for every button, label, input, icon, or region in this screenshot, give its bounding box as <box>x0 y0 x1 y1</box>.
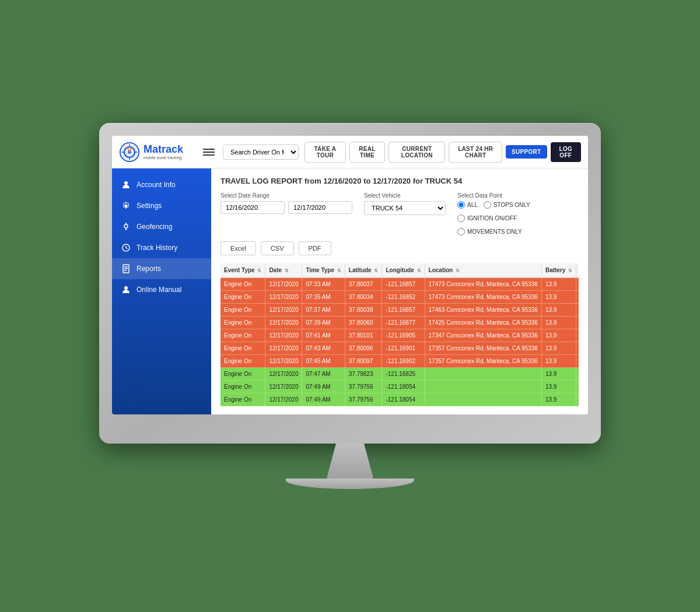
col-event-type[interactable]: Event Type ⇅ <box>220 263 265 277</box>
col-battery[interactable]: Battery ⇅ <box>541 263 576 277</box>
table-row[interactable]: Engine On12/17/202007:43 AM37.80096-121.… <box>220 342 579 355</box>
log-off-button[interactable]: LOG OFF <box>551 142 581 162</box>
col-location[interactable]: Location ⇅ <box>425 263 541 277</box>
monitor-stand-base <box>286 479 414 489</box>
radio-group: ALL STOPS ONLY IGNITION ON/OFF <box>457 201 579 235</box>
sidebar-label-online-manual: Online Manual <box>136 286 181 294</box>
radio-stops-only[interactable]: STOPS ONLY <box>484 201 530 209</box>
table-row[interactable]: Engine On12/17/202007:45 AM37.80097-121.… <box>220 355 579 368</box>
page-title: TRAVEL LOG REPORT from 12/16/2020 to 12/… <box>220 177 579 185</box>
sidebar-item-settings[interactable]: Settings <box>112 195 211 216</box>
data-point-group: Select Data Point ALL STOPS ONLY <box>457 192 579 235</box>
real-time-button[interactable]: REAL TIME <box>349 142 385 163</box>
radio-movements[interactable]: MOVEMENTS ONLY <box>457 228 522 235</box>
monitor-stand-neck <box>327 444 373 479</box>
sidebar-label-account-info: Account Info <box>136 181 176 189</box>
vehicle-select[interactable]: TRUCK 54 <box>364 201 446 215</box>
radio-ignition[interactable]: IGNITION ON/OFF <box>457 214 517 222</box>
main-layout: Account Info Settings <box>112 168 588 414</box>
table-row[interactable]: Engine On12/17/202007:33 AM37.80037-121.… <box>220 277 579 291</box>
logo-area: Matrack mobile asset tracking <box>119 142 195 163</box>
table-container: Event Type ⇅ Date ⇅ Time Type ⇅ Latitude… <box>220 263 579 406</box>
export-excel-button[interactable]: Excel <box>220 241 256 255</box>
person-icon <box>121 180 131 189</box>
date-range-label: Select Date Range <box>220 192 352 199</box>
col-time-type[interactable]: Time Type ⇅ <box>302 263 345 277</box>
radio-all[interactable]: ALL <box>457 201 478 209</box>
sidebar-item-online-manual[interactable]: Online Manual <box>112 279 211 300</box>
sidebar-label-reports: Reports <box>136 265 161 273</box>
table-row[interactable]: Engine On12/17/202007:49 AM37.79756-121.… <box>220 381 579 393</box>
sidebar-label-track-history: Track History <box>136 244 177 252</box>
sidebar-item-reports[interactable]: Reports <box>112 258 211 279</box>
table-row[interactable]: Engine On12/17/202007:47 AM37.79823-121.… <box>220 368 579 381</box>
logo-subtext: mobile asset tracking <box>144 156 183 160</box>
take-a-tour-button[interactable]: TAKE A TOUR <box>304 142 346 163</box>
table-row[interactable]: Engine On12/17/202007:37 AM37.80038-121.… <box>220 304 579 316</box>
col-latitude[interactable]: Latitude ⇅ <box>345 263 382 277</box>
manual-icon <box>121 285 131 294</box>
svg-point-3 <box>124 181 128 185</box>
vehicle-group: Select Vehicle TRUCK 54 <box>364 192 446 215</box>
logo-icon <box>119 142 140 163</box>
svg-point-5 <box>124 224 128 228</box>
header-nav: TAKE A TOUR REAL TIME CURRENT LOCATION L… <box>304 142 581 163</box>
date-range-group: Select Date Range <box>220 192 352 214</box>
data-point-label: Select Data Point <box>457 192 579 199</box>
date-start-input[interactable] <box>220 201 285 214</box>
export-pdf-button[interactable]: PDF <box>299 241 331 255</box>
logo-text: Matrack <box>144 143 183 156</box>
table-row[interactable]: Engine On12/17/202007:41 AM37.80101-121.… <box>220 329 579 342</box>
table-row[interactable]: Engine On12/17/202007:49 AM37.79756-121.… <box>220 393 579 406</box>
app-header: Matrack mobile asset tracking Search Dri… <box>112 136 588 168</box>
hamburger-button[interactable] <box>201 146 217 158</box>
travel-log-table: Event Type ⇅ Date ⇅ Time Type ⇅ Latitude… <box>220 263 579 406</box>
svg-point-4 <box>125 205 128 207</box>
search-driver-select[interactable]: Search Driver On Map <box>223 145 299 160</box>
sidebar-item-geofencing[interactable]: Geofencing <box>112 216 211 237</box>
content-area: TRAVEL LOG REPORT from 12/16/2020 to 12/… <box>211 168 588 414</box>
svg-point-11 <box>124 286 128 290</box>
table-header-row: Event Type ⇅ Date ⇅ Time Type ⇅ Latitude… <box>220 263 579 277</box>
gear-icon <box>121 201 131 210</box>
table-row[interactable]: Engine On12/17/202007:35 AM37.80034-121.… <box>220 291 579 304</box>
sidebar-item-account-info[interactable]: Account Info <box>112 174 211 195</box>
filter-row: Select Date Range Select Vehicle TRUCK 5… <box>220 192 579 235</box>
sidebar: Account Info Settings <box>112 168 211 414</box>
sidebar-label-geofencing: Geofencing <box>136 223 172 231</box>
sidebar-item-track-history[interactable]: Track History <box>112 237 211 258</box>
date-end-input[interactable] <box>288 201 352 214</box>
support-button[interactable]: SUPPORT <box>506 145 547 159</box>
sidebar-label-settings: Settings <box>136 202 162 210</box>
col-longitude[interactable]: Longitude ⇅ <box>382 263 425 277</box>
export-csv-button[interactable]: CSV <box>261 241 294 255</box>
current-location-button[interactable]: CURRENT LOCATION <box>388 142 445 163</box>
last-24hr-button[interactable]: LAST 24 HR CHART <box>449 142 502 163</box>
history-icon <box>121 243 131 252</box>
geofence-icon <box>121 222 131 231</box>
export-row: Excel CSV PDF <box>220 241 579 255</box>
vehicle-label: Select Vehicle <box>364 192 446 199</box>
col-speed[interactable]: Speed ⇅ <box>576 263 579 277</box>
reports-icon <box>121 264 131 273</box>
table-row[interactable]: Engine On12/17/202007:39 AM37.80060-121.… <box>220 316 579 329</box>
col-date[interactable]: Date ⇅ <box>265 263 302 277</box>
